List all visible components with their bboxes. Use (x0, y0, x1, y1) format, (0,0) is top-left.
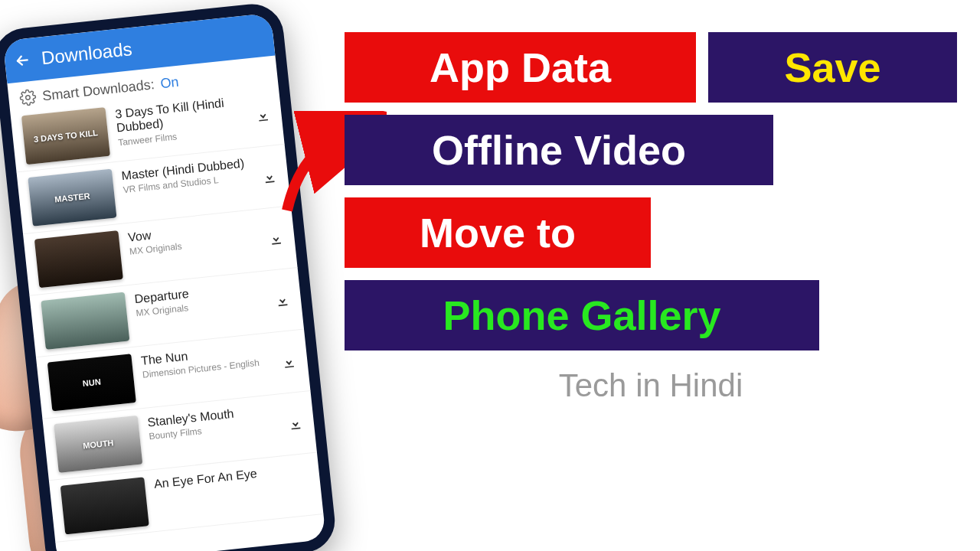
video-thumbnail: MASTER (28, 169, 116, 227)
video-thumbnail: 3 DAYS TO KILL (21, 107, 110, 165)
video-thumbnail (60, 477, 149, 534)
banner-save: Save (708, 32, 957, 103)
banner-phone-gallery: Phone Gallery (345, 280, 819, 350)
phone-screen: Downloads Smart Downloads: On 3 DAYS TO … (3, 13, 326, 551)
download-icon[interactable] (280, 354, 297, 370)
download-icon[interactable] (287, 415, 304, 432)
video-thumbnail (41, 292, 129, 350)
svg-point-0 (25, 95, 30, 99)
banner-app-data: App Data (345, 32, 696, 103)
phone-frame: Downloads Smart Downloads: On 3 DAYS TO … (0, 1, 338, 551)
channel-subtitle: Tech in Hindi (345, 367, 957, 404)
download-icon[interactable] (274, 292, 291, 308)
banner-offline-video: Offline Video (345, 115, 773, 185)
banner-stack: App Data Save Offline Video Move to Phon… (345, 32, 957, 404)
banner-move-to: Move to (345, 197, 651, 268)
video-thumbnail (34, 230, 123, 288)
video-thumbnail: MOUTH (54, 416, 142, 473)
back-arrow-icon[interactable] (13, 51, 31, 70)
appbar-title: Downloads (41, 38, 133, 69)
download-icon[interactable] (255, 107, 272, 124)
settings-gear-icon (18, 88, 37, 106)
download-icon[interactable] (267, 230, 284, 247)
video-thumbnail: NUN (47, 354, 136, 411)
smart-downloads-value: On (159, 73, 179, 91)
